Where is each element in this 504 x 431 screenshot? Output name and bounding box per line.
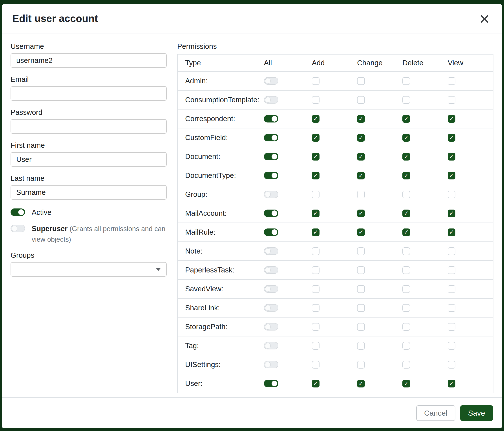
permission-view-checkbox[interactable]: ✓ bbox=[448, 115, 455, 123]
permission-change-checkbox[interactable] bbox=[357, 96, 365, 104]
permission-change-checkbox[interactable] bbox=[357, 247, 365, 255]
permission-all-toggle[interactable] bbox=[264, 285, 278, 293]
cancel-button[interactable]: Cancel bbox=[416, 405, 455, 421]
permission-delete-checkbox[interactable] bbox=[402, 266, 410, 274]
permission-add-checkbox[interactable]: ✓ bbox=[312, 228, 320, 236]
permission-delete-checkbox[interactable] bbox=[402, 77, 410, 85]
permission-all-toggle[interactable] bbox=[264, 228, 278, 236]
permission-change-checkbox[interactable] bbox=[357, 77, 365, 85]
permission-delete-checkbox[interactable]: ✓ bbox=[402, 134, 410, 142]
permission-change-checkbox[interactable] bbox=[357, 285, 365, 293]
superuser-toggle[interactable] bbox=[10, 225, 25, 232]
permission-delete-checkbox[interactable] bbox=[402, 96, 410, 104]
permission-change-checkbox[interactable]: ✓ bbox=[357, 134, 365, 142]
permission-all-toggle[interactable] bbox=[264, 115, 278, 123]
permission-all-toggle[interactable] bbox=[264, 323, 278, 331]
permission-change-checkbox[interactable]: ✓ bbox=[357, 153, 365, 161]
permission-view-checkbox[interactable] bbox=[448, 266, 455, 274]
permission-delete-checkbox[interactable]: ✓ bbox=[402, 210, 410, 217]
permission-all-toggle[interactable] bbox=[264, 266, 278, 274]
username-input[interactable] bbox=[10, 53, 167, 68]
permission-change-checkbox[interactable]: ✓ bbox=[357, 115, 365, 123]
permission-change-checkbox[interactable] bbox=[357, 304, 365, 312]
permission-add-checkbox[interactable] bbox=[312, 361, 320, 368]
permission-add-checkbox[interactable] bbox=[312, 342, 320, 350]
permission-delete-checkbox[interactable]: ✓ bbox=[402, 228, 410, 236]
permission-view-checkbox[interactable] bbox=[448, 191, 455, 198]
permission-all-toggle[interactable] bbox=[264, 172, 278, 179]
permission-delete-checkbox[interactable] bbox=[402, 247, 410, 255]
permission-delete-checkbox[interactable] bbox=[402, 361, 410, 368]
close-icon[interactable]: × bbox=[477, 11, 492, 26]
permission-add-checkbox[interactable]: ✓ bbox=[312, 115, 320, 123]
active-toggle[interactable] bbox=[10, 208, 25, 216]
permission-all-toggle[interactable] bbox=[264, 304, 278, 312]
permission-all-toggle[interactable] bbox=[264, 342, 278, 350]
permission-change-checkbox[interactable]: ✓ bbox=[357, 380, 365, 387]
permission-view-checkbox[interactable] bbox=[448, 304, 455, 312]
permission-delete-checkbox[interactable] bbox=[402, 191, 410, 198]
permission-all-toggle[interactable] bbox=[264, 380, 278, 387]
permission-add-checkbox[interactable] bbox=[312, 266, 320, 274]
permission-view-checkbox[interactable]: ✓ bbox=[448, 172, 455, 180]
groups-select[interactable] bbox=[10, 262, 167, 277]
permission-all-toggle[interactable] bbox=[264, 134, 278, 141]
permission-view-checkbox[interactable]: ✓ bbox=[448, 228, 455, 236]
permission-add-checkbox[interactable] bbox=[312, 285, 320, 293]
permission-all-toggle[interactable] bbox=[264, 96, 278, 104]
permission-delete-checkbox[interactable] bbox=[402, 304, 410, 312]
permission-change-checkbox[interactable]: ✓ bbox=[357, 228, 365, 236]
permission-delete-checkbox[interactable]: ✓ bbox=[402, 153, 410, 161]
permission-add-checkbox[interactable]: ✓ bbox=[312, 380, 320, 387]
permission-delete-checkbox[interactable]: ✓ bbox=[402, 115, 410, 123]
permission-change-checkbox[interactable] bbox=[357, 266, 365, 274]
permission-all-toggle[interactable] bbox=[264, 210, 278, 217]
permission-change-checkbox[interactable] bbox=[357, 361, 365, 368]
permission-delete-checkbox[interactable]: ✓ bbox=[402, 172, 410, 180]
toggle-knob bbox=[265, 362, 271, 368]
permission-all-toggle[interactable] bbox=[264, 77, 278, 85]
permission-change-checkbox[interactable] bbox=[357, 191, 365, 198]
permission-add-checkbox[interactable]: ✓ bbox=[312, 153, 320, 161]
permission-view-checkbox[interactable]: ✓ bbox=[448, 134, 455, 142]
permission-add-checkbox[interactable]: ✓ bbox=[312, 134, 320, 142]
last-name-input[interactable] bbox=[10, 185, 167, 200]
permission-type-label: Admin: bbox=[178, 77, 264, 85]
permission-view-cell bbox=[448, 323, 493, 331]
permission-change-checkbox[interactable] bbox=[357, 323, 365, 331]
permission-add-checkbox[interactable] bbox=[312, 191, 320, 198]
permission-change-checkbox[interactable]: ✓ bbox=[357, 210, 365, 217]
permission-delete-checkbox[interactable] bbox=[402, 342, 410, 350]
permission-view-checkbox[interactable] bbox=[448, 361, 455, 368]
save-button[interactable]: Save bbox=[460, 405, 493, 421]
permission-add-checkbox[interactable]: ✓ bbox=[312, 172, 320, 180]
permission-view-checkbox[interactable]: ✓ bbox=[448, 210, 455, 217]
permission-all-toggle[interactable] bbox=[264, 247, 278, 255]
permission-view-checkbox[interactable] bbox=[448, 247, 455, 255]
permission-add-checkbox[interactable]: ✓ bbox=[312, 210, 320, 217]
permission-view-checkbox[interactable] bbox=[448, 285, 455, 293]
permission-add-checkbox[interactable] bbox=[312, 96, 320, 104]
permission-delete-checkbox[interactable] bbox=[402, 323, 410, 331]
permission-add-checkbox[interactable] bbox=[312, 77, 320, 85]
permission-all-toggle[interactable] bbox=[264, 191, 278, 198]
permission-view-checkbox[interactable]: ✓ bbox=[448, 153, 455, 161]
permission-view-checkbox[interactable] bbox=[448, 77, 455, 85]
permission-view-checkbox[interactable] bbox=[448, 323, 455, 331]
permission-all-toggle[interactable] bbox=[264, 153, 278, 160]
permission-all-toggle[interactable] bbox=[264, 361, 278, 368]
permission-delete-checkbox[interactable] bbox=[402, 285, 410, 293]
permission-add-checkbox[interactable] bbox=[312, 247, 320, 255]
permission-change-checkbox[interactable]: ✓ bbox=[357, 172, 365, 180]
permission-view-checkbox[interactable] bbox=[448, 96, 455, 104]
first-name-input[interactable] bbox=[10, 152, 167, 167]
toggle-knob bbox=[271, 210, 277, 216]
permission-view-checkbox[interactable] bbox=[448, 342, 455, 350]
permission-change-checkbox[interactable] bbox=[357, 342, 365, 350]
permission-add-checkbox[interactable] bbox=[312, 323, 320, 331]
permission-view-checkbox[interactable]: ✓ bbox=[448, 380, 455, 387]
permission-delete-checkbox[interactable]: ✓ bbox=[402, 380, 410, 387]
email-input[interactable] bbox=[10, 86, 167, 101]
password-input[interactable] bbox=[10, 119, 167, 134]
permission-add-checkbox[interactable] bbox=[312, 304, 320, 312]
